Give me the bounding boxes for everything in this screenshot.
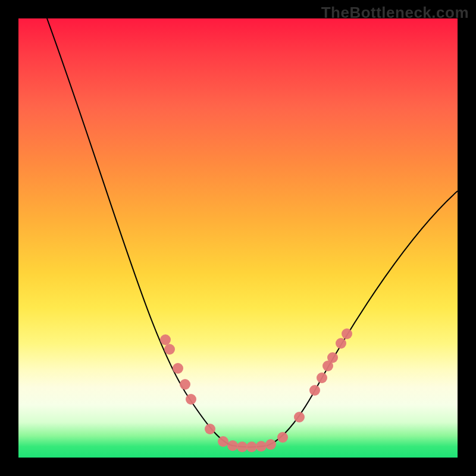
- data-marker: [294, 412, 305, 422]
- data-markers-group: [160, 328, 352, 452]
- data-marker: [317, 372, 327, 383]
- data-marker: [277, 432, 288, 443]
- data-marker: [265, 439, 276, 450]
- chart-plot-area: [18, 18, 458, 458]
- chart-svg-layer: [18, 18, 458, 458]
- data-marker: [164, 344, 175, 355]
- data-marker: [336, 338, 346, 349]
- data-marker: [327, 352, 338, 363]
- watermark-text: TheBottleneck.com: [321, 4, 469, 22]
- data-marker: [205, 424, 215, 434]
- data-marker: [160, 334, 171, 345]
- data-marker: [342, 328, 352, 339]
- data-marker: [186, 394, 196, 405]
- data-marker: [218, 436, 228, 447]
- data-marker: [173, 363, 183, 374]
- bottleneck-v-curve: [47, 18, 458, 447]
- data-marker: [309, 385, 320, 396]
- data-marker: [246, 441, 257, 452]
- data-marker: [180, 379, 190, 390]
- data-marker: [237, 441, 248, 452]
- data-marker: [256, 441, 267, 452]
- data-marker: [227, 440, 238, 451]
